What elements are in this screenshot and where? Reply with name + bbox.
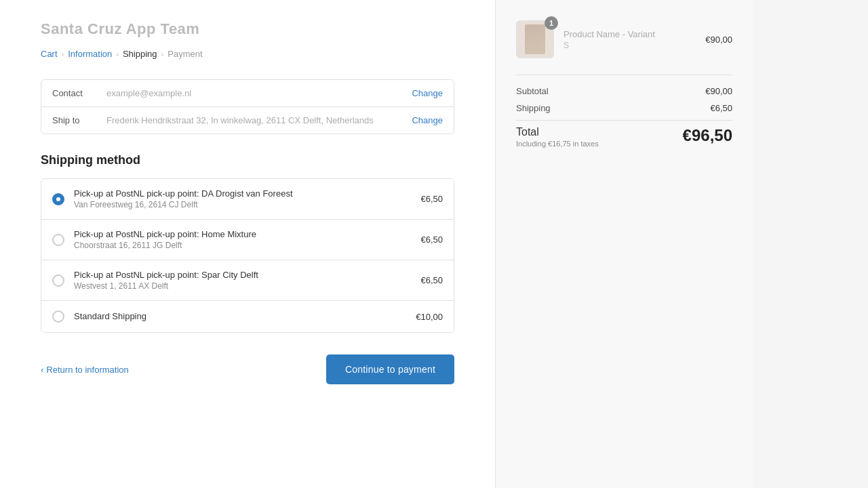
option-4-price: €10,00 [416,312,443,322]
subtotal-value: €90,00 [705,86,732,96]
option-1-price: €6,50 [420,194,443,204]
item-image-placeholder [525,24,545,54]
item-variant: S [564,41,696,50]
total-row: Total Including €16,75 in taxes €96,50 [516,120,732,148]
radio-option-2[interactable] [52,234,64,246]
ship-to-value: Frederik Hendrikstraat 32, In winkelwag,… [106,115,412,125]
option-2-address: Choorstraat 16, 2611 JG Delft [74,241,410,250]
option-3-address: Westvest 1, 2611 AX Delft [74,281,410,291]
chevron-left-icon: ‹ [41,365,43,375]
breadcrumb-sep-3: › [161,50,164,58]
breadcrumb-cart[interactable]: Cart [41,49,58,59]
shipping-options-list: Pick-up at PostNL pick-up point: DA Drog… [41,178,454,333]
option-2-details: Pick-up at PostNL pick-up point: Home Mi… [74,229,410,250]
option-3-name: Pick-up at PostNL pick-up point: Spar Ci… [74,270,410,280]
checkout-left-panel: Santa Cruz App Team Cart › Information ›… [0,0,495,488]
radio-option-4[interactable] [52,310,64,323]
total-tax-note: Including €16,75 in taxes [516,140,599,148]
item-name: Product Name - Variant [564,29,696,39]
item-price: €90,00 [705,35,732,45]
option-3-price: €6,50 [420,275,443,285]
shipping-cost-label: Shipping [516,103,551,113]
breadcrumb-information[interactable]: Information [68,49,112,59]
breadcrumb-sep-2: › [116,50,119,58]
item-quantity-badge: 1 [545,16,558,30]
summary-divider-1 [516,75,732,75]
subtotal-row: Subtotal €90,00 [516,86,732,96]
option-4-details: Standard Shipping [74,311,405,323]
item-info: Product Name - Variant S [564,29,696,50]
subtotal-label: Subtotal [516,86,549,96]
option-3-details: Pick-up at PostNL pick-up point: Spar Ci… [74,270,410,291]
order-summary-panel: 1 Product Name - Variant S €90,00 Subtot… [495,0,753,488]
ship-to-change-button[interactable]: Change [412,115,443,125]
breadcrumb-sep-1: › [62,50,64,58]
contact-change-button[interactable]: Change [412,88,443,98]
option-2-price: €6,50 [420,235,443,245]
option-1-address: Van Foreestweg 16, 2614 CJ Delft [74,200,410,209]
footer-actions: ‹ Return to information Continue to paym… [41,354,454,384]
contact-info-box: Contact example@example.nl Change Ship t… [41,79,454,134]
ship-to-row: Ship to Frederik Hendrikstraat 32, In wi… [41,107,454,134]
shipping-option-1[interactable]: Pick-up at PostNL pick-up point: DA Drog… [41,179,454,220]
total-label: Total [516,126,599,138]
radio-option-1[interactable] [52,193,64,205]
order-item: 1 Product Name - Variant S €90,00 [516,20,732,58]
shipping-cost-row: Shipping €6,50 [516,103,732,113]
option-2-name: Pick-up at PostNL pick-up point: Home Mi… [74,229,410,239]
ship-to-label: Ship to [52,115,106,125]
breadcrumb-shipping: Shipping [123,49,157,59]
option-4-name: Standard Shipping [74,311,405,321]
shipping-method-title: Shipping method [41,153,454,167]
shipping-option-4[interactable]: Standard Shipping €10,00 [41,301,454,332]
return-link-label: Return to information [46,365,128,375]
shipping-cost-value: €6,50 [710,103,732,113]
contact-value: example@example.nl [106,88,412,98]
contact-label: Contact [52,88,106,98]
breadcrumb: Cart › Information › Shipping › Payment [41,49,454,59]
breadcrumb-payment: Payment [167,49,202,59]
option-1-name: Pick-up at PostNL pick-up point: DA Drog… [74,188,410,199]
store-name: Santa Cruz App Team [41,20,454,38]
shipping-option-2[interactable]: Pick-up at PostNL pick-up point: Home Mi… [41,220,454,260]
shipping-option-3[interactable]: Pick-up at PostNL pick-up point: Spar Ci… [41,260,454,301]
radio-option-3[interactable] [52,274,64,287]
total-amount: €96,50 [683,126,732,145]
return-to-information-link[interactable]: ‹ Return to information [41,365,129,375]
contact-row: Contact example@example.nl Change [41,80,454,107]
total-left: Total Including €16,75 in taxes [516,126,599,148]
option-1-details: Pick-up at PostNL pick-up point: DA Drog… [74,188,410,209]
continue-to-payment-button[interactable]: Continue to payment [326,354,454,384]
